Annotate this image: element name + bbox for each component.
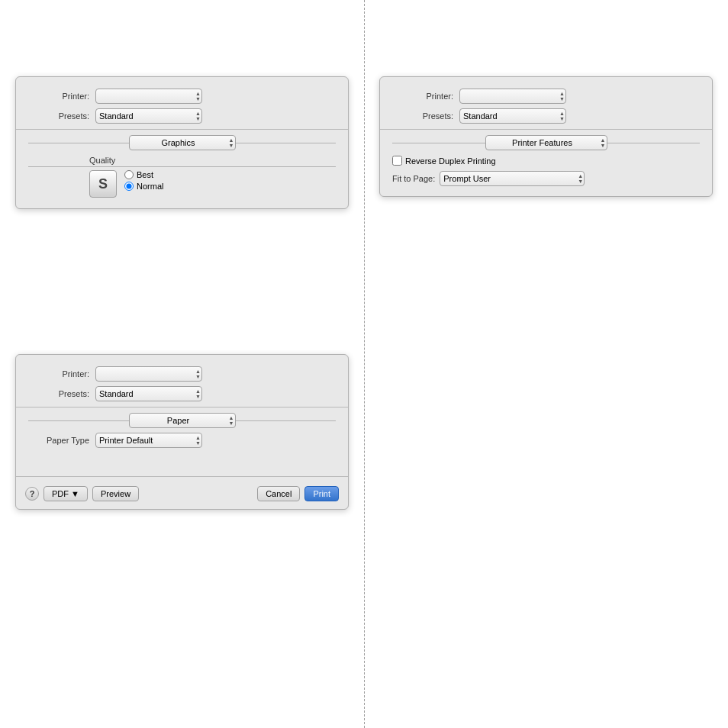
presets-select[interactable]: Standard	[95, 108, 202, 124]
pdf-button-label: PDF ▼	[52, 489, 79, 498]
pdf-button[interactable]: PDF ▼	[43, 486, 88, 501]
paper-type-select[interactable]: Printer Default	[95, 433, 202, 448]
help-button[interactable]: ?	[25, 487, 39, 501]
right-panel: Printer: ▲▼ Presets: Standard ▲▼	[364, 0, 728, 728]
printer-select-3[interactable]	[459, 89, 566, 104]
quality-section: Quality S Best Normal	[16, 153, 348, 201]
fit-to-page-row: Fit to Page: Prompt User ▲▼	[380, 169, 712, 188]
presets-select-wrapper[interactable]: Standard ▲▼	[95, 108, 202, 124]
presets-select-wrapper-3[interactable]: Standard ▲▼	[459, 108, 566, 124]
btn-group-right: Cancel Print	[257, 486, 339, 501]
printer-select-2[interactable]	[95, 366, 202, 382]
features-select-wrapper[interactable]: Printer Features ▲▼	[485, 135, 607, 150]
printer-label-3: Printer:	[392, 92, 453, 101]
top-separator	[16, 129, 348, 130]
presets-select-2[interactable]: Standard	[95, 386, 202, 401]
graphics-select-wrapper[interactable]: Graphics ▲▼	[129, 135, 236, 150]
presets-label-2: Presets:	[28, 389, 89, 398]
cancel-button-label: Cancel	[266, 489, 292, 498]
paper-line-right	[236, 420, 337, 421]
section-line-right	[236, 143, 337, 143]
features-select[interactable]: Printer Features	[485, 135, 607, 150]
quality-radio-group: Best Normal	[124, 170, 163, 191]
printer-select[interactable]	[95, 89, 202, 104]
presets-select-wrapper-2[interactable]: Standard ▲▼	[95, 386, 202, 401]
paper-type-select-wrapper[interactable]: Printer Default ▲▼	[95, 433, 202, 448]
paper-select-wrapper[interactable]: Paper ▲▼	[129, 413, 236, 428]
printer-row-2: Printer: ▲▼	[16, 364, 348, 384]
quality-normal-row: Normal	[124, 182, 163, 191]
graphics-dialog: Printer: ▲▼ Presets: Standard ▲▼	[15, 76, 349, 209]
presets-row: Presets: Standard ▲▼	[16, 106, 348, 126]
fit-to-page-select-wrapper[interactable]: Prompt User ▲▼	[440, 171, 585, 186]
quality-label: Quality	[28, 156, 336, 167]
paper-line-left	[28, 420, 129, 421]
paper-separator	[16, 407, 348, 407]
features-section-header: Printer Features ▲▼	[380, 133, 712, 153]
features-line-right	[607, 143, 701, 143]
paper-select[interactable]: Paper	[129, 413, 236, 428]
graphics-section-header: Graphics ▲▼	[16, 133, 348, 153]
printer-label: Printer:	[28, 92, 89, 101]
printer-row-3: Printer: ▲▼	[380, 86, 712, 106]
fit-to-page-select[interactable]: Prompt User	[440, 171, 585, 186]
printer-select-wrapper[interactable]: ▲▼	[95, 89, 202, 104]
quality-normal-label: Normal	[137, 182, 163, 191]
quality-best-radio[interactable]	[124, 170, 134, 179]
printer-row: Printer: ▲▼	[16, 86, 348, 106]
presets-row-3: Presets: Standard ▲▼	[380, 106, 712, 126]
reverse-duplex-checkbox[interactable]	[392, 156, 402, 166]
features-separator	[380, 129, 712, 130]
section-line-left	[28, 143, 129, 143]
dialog-spacer	[16, 450, 348, 473]
printer-features-dialog: Printer: ▲▼ Presets: Standard ▲▼	[379, 76, 713, 197]
printer-select-wrapper-3[interactable]: ▲▼	[459, 89, 566, 104]
features-line-left	[392, 143, 485, 143]
paper-type-row: Paper Type Printer Default ▲▼	[16, 430, 348, 450]
quality-best-label: Best	[137, 170, 153, 179]
page-container: Printer: ▲▼ Presets: Standard ▲▼	[0, 0, 728, 728]
s-icon: S	[89, 170, 117, 198]
print-button-label: Print	[313, 489, 330, 498]
dialog-buttons: ? PDF ▼ Preview Cancel Print	[16, 482, 348, 501]
printer-select-wrapper-2[interactable]: ▲▼	[95, 366, 202, 382]
graphics-select[interactable]: Graphics	[129, 135, 236, 150]
paper-dialog: Printer: ▲▼ Presets: Standard ▲▼	[15, 354, 349, 510]
reverse-duplex-label: Reverse Duplex Printing	[405, 156, 496, 166]
preview-button[interactable]: Preview	[92, 486, 139, 501]
reverse-duplex-row: Reverse Duplex Printing	[380, 153, 712, 169]
presets-label-3: Presets:	[392, 111, 453, 121]
paper-type-label: Paper Type	[28, 436, 89, 445]
cancel-button[interactable]: Cancel	[257, 486, 300, 501]
buttons-separator	[16, 476, 348, 477]
print-button[interactable]: Print	[304, 486, 339, 501]
paper-section-header: Paper ▲▼	[16, 411, 348, 430]
quality-normal-radio[interactable]	[124, 182, 134, 191]
printer-label-2: Printer:	[28, 369, 89, 378]
quality-best-row: Best	[124, 170, 163, 179]
presets-select-3[interactable]: Standard	[459, 108, 566, 124]
presets-label: Presets:	[28, 111, 89, 121]
fit-to-page-label: Fit to Page:	[392, 174, 435, 183]
quality-content: S Best Normal	[28, 170, 336, 198]
left-panel: Printer: ▲▼ Presets: Standard ▲▼	[0, 0, 364, 728]
preview-button-label: Preview	[101, 489, 130, 498]
presets-row-2: Presets: Standard ▲▼	[16, 384, 348, 404]
